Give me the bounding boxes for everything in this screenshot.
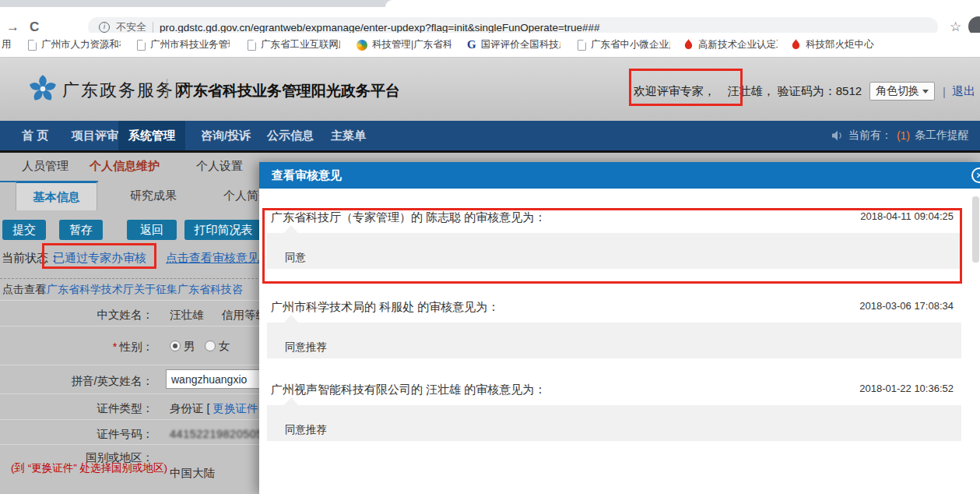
form-row-gender: *性别： 男 女 — [0, 326, 259, 365]
bookmark-label: 广州市人力资源和社 — [41, 38, 121, 51]
name-value: 汪壮雄 — [170, 308, 204, 323]
browser-toolbar: → C i 不安全 pro.gdstc.gd.gov.cn/egrantweb/… — [0, 7, 980, 33]
nav-item-main-menu[interactable]: 主菜单 — [331, 121, 366, 150]
bookmark-item[interactable]: 广东省中小微企业服 — [578, 33, 670, 57]
opinion-org-text: 广东省科技厅（专家管理）的 陈志聪 的审核意见为： — [271, 210, 546, 225]
scrollbar-thumb[interactable] — [972, 196, 979, 263]
nav-item-project-review[interactable]: 项目评审 — [72, 121, 118, 150]
form-row-cert-type: 证件类型： 身份证 [ 更换证件 — [0, 393, 259, 419]
doc-icon — [28, 40, 37, 51]
status-label: 当前状态： — [2, 251, 60, 266]
tab-research-results[interactable]: 研究成果 — [118, 181, 188, 210]
bookmark-item[interactable]: 广东省工业互联网应 — [248, 33, 340, 57]
screen: → C i 不安全 pro.gdstc.gd.gov.cn/egrantweb/… — [0, 0, 980, 494]
subnav-personal-info[interactable]: 个人信息维护 — [90, 159, 160, 174]
speaker-icon — [831, 130, 844, 141]
site-name: 广东政务服务网 — [62, 79, 193, 102]
bookmark-item[interactable]: 科技管理|广东省科技 — [357, 33, 451, 57]
role-switch-select[interactable]: 角色切换 — [869, 82, 935, 101]
logout-link[interactable]: 退出 — [952, 84, 975, 99]
g-icon: G — [467, 38, 476, 51]
audit-opinions-modal: 查看审核意见 ✕ 广东省科技厅（专家管理）的 陈志聪 的审核意见为： 2018-… — [259, 162, 980, 494]
bookmark-item[interactable]: 高新技术企业认定工 — [683, 33, 778, 57]
opinion-timestamp: 2018-04-11 09:04:25 — [860, 210, 954, 222]
opinion-org-text: 广州视声智能科技有限公司的 汪壮雄 的审核意见为： — [271, 383, 546, 397]
dashed-divider — [0, 278, 258, 279]
status-badge: 已通过专家办审核 — [53, 251, 146, 266]
bookmark-label: 高新技术企业认定工 — [698, 38, 778, 51]
save-draft-button[interactable]: 暂存 — [59, 220, 103, 240]
reminder-prefix: 当前有： — [848, 129, 892, 143]
opinion-content: 同意 — [267, 233, 961, 269]
bookmark-item[interactable]: 科技部火炬中心 — [791, 33, 874, 57]
radio-female[interactable] — [205, 341, 216, 351]
bookmark-label: 科技管理|广东省科技 — [372, 38, 451, 51]
bookmark-item[interactable]: 广州市科技业务管理 — [137, 33, 230, 57]
basic-info-form: 中文姓名： 汪壮雄 信用等级 *性别： 男 女 拼音/英文姓名： 证件类型： 身… — [0, 300, 259, 494]
cert-type-text: 身份证 [ — [170, 402, 210, 415]
nav-item-home[interactable]: 首 页 — [22, 121, 48, 150]
swirl-icon — [357, 40, 367, 51]
bookmark-item[interactable]: G国评评价全国科技成 — [467, 33, 560, 57]
torch-icon — [791, 39, 801, 51]
gender-label: *性别： — [0, 340, 153, 355]
view-opinions-link[interactable]: 点击查看审核意见 — [166, 251, 259, 266]
nav-item-system-mgmt[interactable]: 系统管理 — [118, 121, 185, 150]
opinion-item: 广州视声智能科技有限公司的 汪壮雄 的审核意见为： 2018-01-22 10:… — [267, 383, 961, 441]
gender-options: 男 女 — [170, 339, 230, 354]
cert-no-value: 441522198205050 — [170, 428, 269, 440]
bookmark-item[interactable]: 广州市人力资源和社 — [28, 33, 121, 57]
close-icon[interactable]: ✕ — [971, 168, 980, 183]
modal-title: 查看审核意见 — [272, 162, 342, 189]
reminder-count: (1) — [897, 129, 910, 142]
nav-item-consult[interactable]: 咨询/投诉 — [201, 121, 251, 150]
female-label: 女 — [219, 340, 230, 352]
subnav-personal-settings[interactable]: 个人设置 — [196, 159, 243, 174]
radio-male[interactable] — [170, 341, 181, 351]
user-name: 汪壮雄， — [728, 84, 775, 99]
info-icon[interactable]: i — [99, 22, 110, 33]
male-label: 男 — [184, 340, 195, 352]
bookmarks-bar: 用 广州市人力资源和社 广州市科技业务管理 广东省工业互联网应 科技管理|广东省… — [0, 33, 980, 58]
browser-tabstrip — [0, 0, 980, 7]
header-separator: | — [943, 85, 946, 98]
pinyin-input[interactable] — [166, 369, 267, 389]
bookmark-label: 广东省中小微企业服 — [591, 38, 670, 51]
opinion-item: 广州市科学技术局的 科服处 的审核意见为： 2018-03-06 17:08:3… — [267, 300, 961, 358]
url-text[interactable]: pro.gdstc.gd.gov.cn/egrantweb/expmanage/… — [160, 22, 600, 34]
reminder-suffix: 条工作提醒 — [915, 129, 969, 143]
address-divider — [153, 22, 153, 34]
notice-link[interactable]: 《广东省科学技术厅关于征集广东省科技咨 — [36, 283, 243, 297]
form-row-region: 国别或地区： (到 “更换证件” 处选择国别或地区) 中国大陆 — [0, 444, 259, 494]
opinion-content: 同意推荐 — [267, 323, 961, 358]
region-value: 中国大陆 — [170, 466, 215, 481]
bookmark-item[interactable]: 用 — [2, 33, 12, 57]
opinion-content: 同意推荐 — [267, 405, 961, 441]
tab-basic-info[interactable]: 基本信息 — [16, 181, 97, 210]
doc-icon — [578, 40, 586, 51]
nav-item-public-info[interactable]: 公示信息 — [267, 121, 314, 150]
site-header: 广东政务服务网 广东省科技业务管理阳光政务平台 欢迎评审专家， 汪壮雄， 验证码… — [0, 58, 980, 120]
opinion-org-text: 广州市科学技术局的 科服处 的审核意见为： — [271, 300, 499, 315]
work-reminder[interactable]: 当前有：(1)条工作提醒 — [831, 121, 969, 150]
subnav-personnel[interactable]: 人员管理 — [22, 159, 68, 174]
bookmark-label: 广东省工业互联网应 — [261, 38, 340, 51]
opinion-timestamp: 2018-03-06 17:08:34 — [859, 300, 954, 312]
form-toolbar: 提交 暂存 返回 打印简况表 — [0, 220, 265, 242]
bookmark-label: 科技部火炬中心 — [806, 38, 874, 51]
cert-type-value: 身份证 [ 更换证件 — [170, 401, 258, 416]
print-profile-button[interactable]: 打印简况表 — [184, 220, 262, 240]
pinyin-label: 拼音/英文姓名： — [0, 374, 153, 389]
bookmark-label: 国评评价全国科技成 — [481, 38, 560, 51]
gender-label-text: 性别： — [120, 341, 154, 353]
bookmark-label: 广州市科技业务管理 — [150, 38, 230, 51]
opinion-header: 广东省科技厅（专家管理）的 陈志聪 的审核意见为： 2018-04-11 09:… — [267, 210, 961, 225]
change-cert-link[interactable]: 更换证件 — [213, 402, 258, 415]
form-row-cert-no: 证件号码： 441522198205050 — [0, 419, 259, 444]
submit-button[interactable]: 提交 — [2, 220, 46, 240]
gov-logo-icon — [26, 72, 59, 108]
role-switch-label: 角色切换 — [876, 84, 919, 98]
required-mark: * — [113, 341, 118, 353]
return-button[interactable]: 返回 — [127, 220, 177, 240]
browser-active-tab[interactable] — [385, 0, 980, 7]
